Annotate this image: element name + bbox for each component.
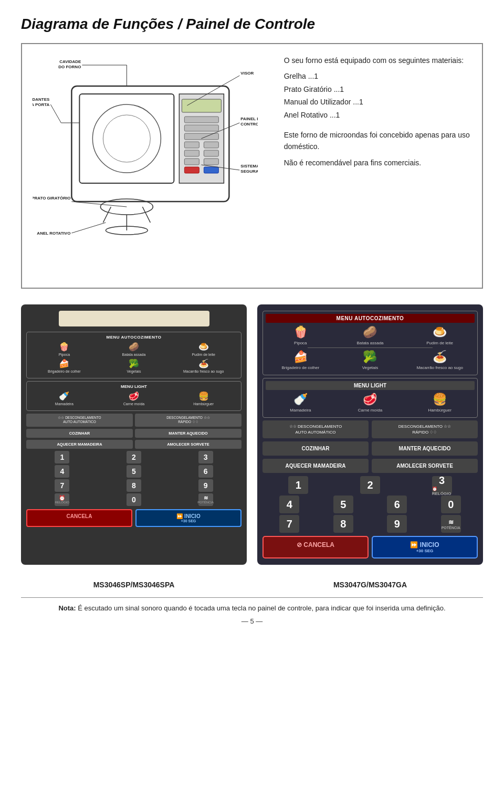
left-num-8[interactable]: 8 (127, 479, 141, 492)
left-num-potencia[interactable]: ≋ POTÊNCIA (198, 493, 213, 506)
left-icon-carne[interactable]: 🥩 Carne moída (104, 391, 163, 406)
r-batata-icon: 🥔 (363, 325, 377, 339)
right-icon-vegetais[interactable]: 🥦 Vegetais (339, 350, 401, 370)
left-icon-vegetais[interactable]: 🥦 Vegetais (104, 358, 163, 373)
right-cozinhar-btn[interactable]: COZINHAR (262, 441, 369, 456)
svg-text:VEDANTES: VEDANTES (33, 97, 50, 102)
left-decongelamento-rapido[interactable]: DESCONGELAMENTO ☆☆ RÁPIDO ♢♢ (135, 414, 242, 427)
svg-text:CONTROLO: CONTROLO (240, 122, 257, 126)
right-menu-light-title: MENU LIGHT (266, 381, 475, 390)
left-autocozimento-title: MENU AUTOCOZIMENTO (29, 335, 238, 340)
right-inicio-button[interactable]: ⏩ INICIO +30 SEG (372, 536, 478, 558)
svg-rect-16 (204, 167, 218, 173)
right-num-8[interactable]: 8 (333, 515, 353, 533)
left-num-9[interactable]: 9 (198, 479, 213, 492)
carne-icon: 🥩 (129, 391, 139, 401)
right-cancela-button[interactable]: ⊘ CANCELA (262, 536, 369, 558)
svg-line-38 (71, 202, 127, 207)
right-light-icons: 🍼 Mamadeira 🥩 Carne moída 🍔 Hambúrguer (266, 393, 475, 413)
description-2: Não é recomendável para fins comerciais. (284, 157, 471, 168)
svg-text:CAVIDADE: CAVIDADE (59, 59, 81, 64)
svg-text:SEGURANÇA: SEGURANÇA (240, 169, 257, 174)
right-num-3[interactable]: 3 ⏰ RELÓGIO (432, 476, 452, 494)
right-num-5[interactable]: 5 (333, 495, 353, 513)
right-icon-pipoca[interactable]: 🍿 Pipoca (269, 325, 332, 345)
right-control-panel: MENU AUTOCOZIMENTO 🍿 Pipoca 🥔 Batata ass… (257, 304, 483, 565)
left-num-0[interactable]: 0 (127, 493, 141, 506)
left-amolecer-btn[interactable]: AMOLECER SORVETE (135, 440, 242, 449)
pipoca-icon: 🍿 (59, 342, 69, 352)
right-icon-brigadeiro[interactable]: 🍰 Brigadeiro de colher (269, 350, 332, 370)
right-num-1[interactable]: 1 (288, 476, 308, 494)
left-action-row2: AQUECER MAMADEIRA AMOLECER SORVETE (26, 440, 242, 449)
material-1: Grelha ...1 (284, 70, 471, 82)
left-icon-macarrao[interactable]: 🍝 Macarrão fresco ao sugo (174, 358, 233, 373)
right-icon-carne[interactable]: 🥩 Carne moída (339, 393, 401, 413)
left-num-5[interactable]: 5 (127, 465, 141, 478)
right-icon-macarrao[interactable]: 🍝 Macarrão fresco ao sugo (408, 350, 471, 370)
left-cozinhar-btn[interactable]: COZINHAR (26, 429, 133, 438)
svg-rect-11 (184, 150, 199, 156)
left-icon-brigadeiro[interactable]: 🍰 Brigadeiro de colher (35, 358, 93, 373)
left-num-relogio[interactable]: ⏰ RELÓGIO (55, 493, 69, 506)
svg-rect-7 (184, 125, 218, 131)
svg-rect-9 (184, 142, 199, 148)
right-manter-btn[interactable]: MANTER AQUECIDO (372, 441, 478, 456)
left-inicio-button[interactable]: ⏩ INICIO +30 SEG (135, 509, 242, 527)
left-aquecer-btn[interactable]: AQUECER MAMADEIRA (26, 440, 133, 449)
model-labels: MS3046SP/MS3046SPA MS3047G/MS3047GA (21, 581, 483, 589)
svg-point-3 (103, 115, 150, 162)
svg-text:DO FORNO: DO FORNO (58, 65, 81, 69)
svg-rect-15 (184, 167, 199, 173)
left-display (59, 311, 209, 326)
svg-rect-1 (79, 94, 174, 183)
left-icon-hamburguer[interactable]: 🍔 Hambúrguer (174, 391, 233, 406)
right-numpad: 1 2 3 ⏰ RELÓGIO 4 5 6 0 7 8 9 ≋ POTÊNCIA (262, 476, 478, 533)
left-manter-btn[interactable]: MANTER AQUECIDO (135, 429, 242, 438)
svg-text:ANEL ROTATIVO: ANEL ROTATIVO (37, 231, 70, 236)
right-aquecer-btn[interactable]: AQUECER MAMADEIRA (262, 459, 369, 473)
r-carne-icon: 🥩 (363, 393, 377, 406)
material-4: Anel Rotativo ...1 (284, 109, 471, 121)
page-number: — 5 — (21, 617, 483, 625)
right-num-2[interactable]: 2 (360, 476, 380, 494)
right-icon-batata[interactable]: 🥔 Batata assada (339, 325, 401, 345)
right-num-potencia[interactable]: ≋ POTÊNCIA (441, 515, 461, 533)
right-numpad-row2: 4 5 6 0 (262, 495, 478, 513)
left-num-1[interactable]: 1 (55, 451, 69, 463)
svg-text:DA PORTA: DA PORTA (33, 102, 50, 107)
left-num-2[interactable]: 2 (127, 451, 141, 463)
left-icon-mamadeira[interactable]: 🍼 Mamadeira (35, 391, 93, 406)
right-cozinhar-row: COZINHAR MANTER AQUECIDO (262, 441, 478, 456)
left-num-6[interactable]: 6 (198, 465, 213, 478)
left-decongelamento-automatico[interactable]: ☆☆ DESCONGELAMENTO AUTO AUTOMÁTICO (26, 414, 133, 427)
right-icons-row1: 🍿 Pipoca 🥔 Batata assada 🍮 Pudim de leit… (266, 325, 475, 345)
right-decongelamento-automatico[interactable]: ☆☆ DESCONGELAMENTO AUTO AUTOMÁTICO (262, 420, 369, 438)
nota-bold: Nota: (58, 604, 76, 612)
right-icon-hamburguer[interactable]: 🍔 Hambúrguer (408, 393, 471, 413)
right-num-0[interactable]: 0 (441, 495, 461, 513)
brigadeiro-icon: 🍰 (59, 358, 69, 368)
right-icon-pudim[interactable]: 🍮 Pudim de leite (408, 325, 471, 345)
left-icon-pipoca[interactable]: 🍿 Pipoca (35, 342, 93, 356)
left-icon-pudim[interactable]: 🍮 Pudim de leite (174, 342, 233, 356)
right-num-6[interactable]: 6 (387, 495, 407, 513)
right-decongelamento-rapido[interactable]: DESCONGELAMENTO ☆☆ RÁPIDO ♢♢ (372, 420, 478, 438)
left-numpad: 1 2 3 4 5 6 7 8 9 ⏰ RELÓGIO 0 (26, 451, 242, 506)
mamadeira-icon: 🍼 (59, 391, 69, 401)
material-3: Manual do Utilizador ...1 (284, 96, 471, 108)
right-num-7[interactable]: 7 (279, 515, 299, 533)
svg-rect-12 (204, 150, 218, 156)
right-decongelamento-row: ☆☆ DESCONGELAMENTO AUTO AUTOMÁTICO DESCO… (262, 420, 478, 438)
left-icon-batata[interactable]: 🥔 Batata assada (104, 342, 163, 356)
right-num-9[interactable]: 9 (387, 515, 407, 533)
left-num-4[interactable]: 4 (55, 465, 69, 478)
right-amolecer-btn[interactable]: AMOLECER SORVETE (372, 459, 478, 473)
svg-text:SISTEMA DE: SISTEMA DE (240, 164, 257, 168)
right-menu-light: MENU LIGHT 🍼 Mamadeira 🥩 Carne moída 🍔 H… (262, 378, 478, 418)
right-icon-mamadeira[interactable]: 🍼 Mamadeira (269, 393, 332, 413)
left-num-3[interactable]: 3 (198, 451, 213, 463)
left-cancela-button[interactable]: CANCELA (26, 509, 132, 527)
left-num-7[interactable]: 7 (55, 479, 69, 492)
right-num-4[interactable]: 4 (279, 495, 299, 513)
